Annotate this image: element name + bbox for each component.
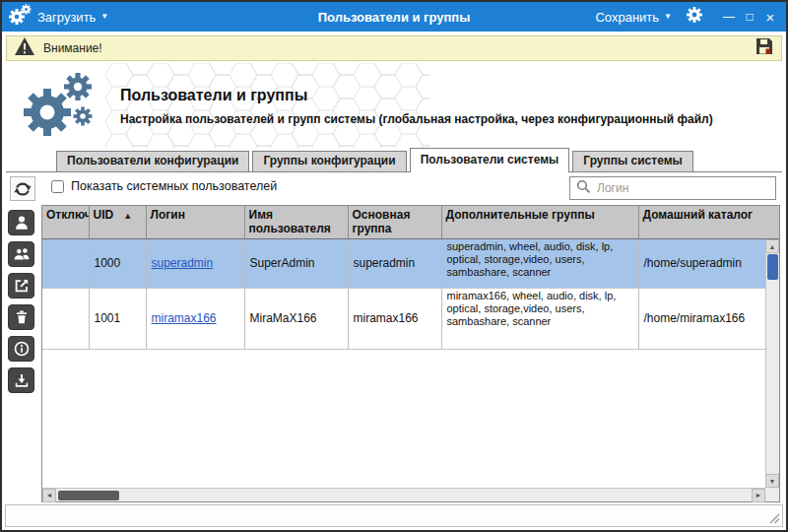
cell-primary-group: miramax166 xyxy=(348,288,441,349)
cell-login: superadmin xyxy=(146,238,244,288)
user-info-button[interactable] xyxy=(8,336,34,362)
cell-additional-groups: superadmin, wheel, audio, disk, lp, opti… xyxy=(441,238,638,288)
users-table: Отключ UID▲ Логин Имя пользователя Основ… xyxy=(41,205,780,502)
tab-groups-system[interactable]: Группы системы xyxy=(572,151,693,171)
cell-additional-groups: miramax166, wheel, audio, disk, lp, opti… xyxy=(441,288,638,349)
save-menu-button[interactable]: Сохранить ▼ xyxy=(589,7,678,28)
load-menu-button[interactable]: Загрузить ▼ xyxy=(32,7,114,28)
chevron-down-icon: ▼ xyxy=(664,13,672,21)
column-header-additional-groups[interactable]: Дополнительные группы xyxy=(441,206,638,238)
horizontal-scrollbar[interactable]: ◄ ► xyxy=(42,488,765,501)
scroll-left-button[interactable]: ◄ xyxy=(42,489,56,502)
page-subtitle: Настройка пользователей и групп системы … xyxy=(120,112,713,126)
tab-users-config[interactable]: Пользователи конфигурации xyxy=(56,151,249,171)
user-icon xyxy=(13,214,31,232)
resize-grip[interactable] xyxy=(768,512,780,524)
column-header-disabled[interactable]: Отключ xyxy=(42,206,89,238)
search-icon xyxy=(576,179,591,198)
cell-name: SuperAdmin xyxy=(244,238,348,288)
table-row[interactable]: 1000 superadmin SuperAdmin superadmin su… xyxy=(42,238,766,288)
tab-bar: Пользователи конфигурации Группы конфигу… xyxy=(56,148,696,171)
page-gears-icon xyxy=(16,67,100,146)
cell-uid: 1001 xyxy=(89,288,146,349)
export-icon xyxy=(13,277,31,295)
table-row[interactable]: 1001 miramax166 MiraMaX166 miramax166 mi… xyxy=(42,288,766,349)
minimize-button[interactable]: — xyxy=(719,6,739,28)
cell-home: /home/superadmin xyxy=(638,238,766,288)
info-icon xyxy=(13,340,31,358)
search-input[interactable] xyxy=(597,181,769,195)
page-title: Пользователи и группы xyxy=(120,87,307,104)
warning-triangle-icon xyxy=(14,36,35,60)
page-header: Пользователи и группы Настройка пользова… xyxy=(2,63,786,148)
save-config-floppy-icon[interactable] xyxy=(755,36,774,60)
show-system-users-option: Показать системных пользователей xyxy=(51,179,277,193)
show-system-users-label: Показать системных пользователей xyxy=(71,179,277,193)
horizontal-scroll-thumb[interactable] xyxy=(58,491,119,500)
column-header-login[interactable]: Логин xyxy=(146,206,244,238)
sort-asc-icon: ▲ xyxy=(123,211,132,221)
close-button[interactable]: × xyxy=(760,6,780,28)
settings-gear-icon[interactable] xyxy=(686,6,703,28)
vertical-scroll-thumb[interactable] xyxy=(767,254,778,280)
user-button[interactable] xyxy=(8,210,34,235)
titlebar: Загрузить ▼ Пользователи и группы Сохран… xyxy=(2,2,786,32)
vertical-scrollbar[interactable]: ▲ ▼ xyxy=(765,239,779,488)
cell-disabled xyxy=(42,288,89,349)
column-header-home[interactable]: Домашний каталог xyxy=(638,206,766,238)
save-menu-label: Сохранить xyxy=(595,10,659,25)
app-logo-gears-icon xyxy=(8,3,32,31)
warning-bar: Внимание! xyxy=(6,35,782,61)
login-link[interactable]: superadmin xyxy=(152,256,214,270)
search-box xyxy=(569,176,776,200)
window-title: Пользователи и группы xyxy=(318,10,471,25)
tab-groups-config[interactable]: Группы конфигурации xyxy=(252,151,406,171)
tab-divider xyxy=(6,171,782,172)
import-user-button[interactable] xyxy=(8,367,34,393)
cell-login: miramax166 xyxy=(146,288,244,349)
scroll-up-button[interactable]: ▲ xyxy=(765,239,779,253)
scroll-right-button[interactable]: ► xyxy=(752,489,765,502)
refresh-button[interactable] xyxy=(10,176,35,201)
refresh-icon xyxy=(13,179,33,199)
app-window: Загрузить ▼ Пользователи и группы Сохран… xyxy=(0,0,788,532)
cell-disabled xyxy=(42,238,89,288)
status-bar xyxy=(5,504,783,527)
row-actions-toolbar xyxy=(8,210,34,393)
warning-text: Внимание! xyxy=(43,41,102,55)
load-menu-label: Загрузить xyxy=(37,10,96,25)
scrollbar-corner xyxy=(765,488,779,501)
login-link[interactable]: miramax166 xyxy=(152,311,217,325)
column-header-primary-group[interactable]: Основная группа xyxy=(348,206,441,238)
column-header-uid[interactable]: UID▲ xyxy=(89,206,146,238)
table-header-row: Отключ UID▲ Логин Имя пользователя Основ… xyxy=(42,206,766,238)
scroll-down-button[interactable]: ▼ xyxy=(765,474,779,488)
hexagon-pattern-decor xyxy=(105,63,430,148)
import-icon xyxy=(13,371,31,389)
export-user-button[interactable] xyxy=(8,273,34,299)
cell-name: MiraMaX166 xyxy=(244,288,348,349)
header-filler xyxy=(765,206,779,239)
maximize-button[interactable]: □ xyxy=(740,6,759,28)
users-icon xyxy=(13,245,31,263)
delete-user-button[interactable] xyxy=(8,304,34,330)
cell-uid: 1000 xyxy=(89,238,146,288)
cell-home: /home/miramax166 xyxy=(638,288,766,349)
trash-icon xyxy=(13,308,31,326)
cell-primary-group: superadmin xyxy=(348,238,441,288)
tab-users-system[interactable]: Пользователи системы xyxy=(410,148,570,172)
chevron-down-icon: ▼ xyxy=(100,13,108,21)
user-groups-button[interactable] xyxy=(8,241,34,267)
column-header-name[interactable]: Имя пользователя xyxy=(244,206,348,238)
show-system-users-checkbox[interactable] xyxy=(51,180,64,193)
